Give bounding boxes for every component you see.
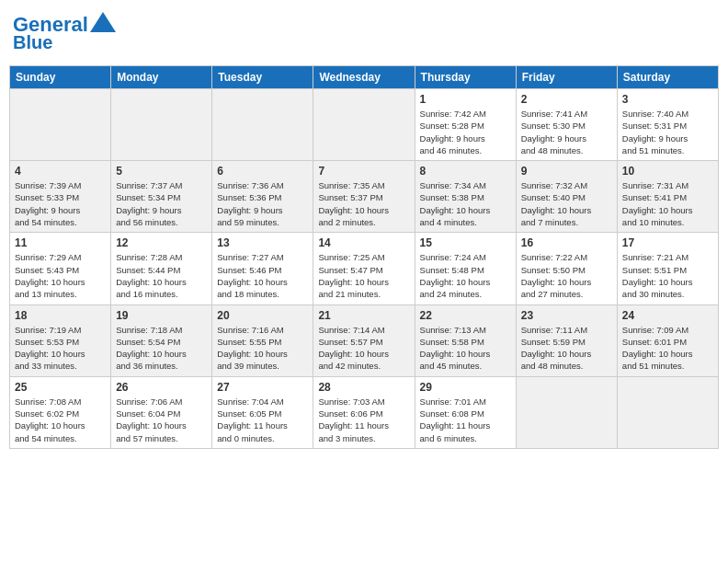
- calendar-cell: [516, 376, 617, 448]
- calendar-cell: 2Sunrise: 7:41 AM Sunset: 5:30 PM Daylig…: [516, 89, 617, 161]
- day-info: Sunrise: 7:01 AM Sunset: 6:08 PM Dayligh…: [420, 396, 511, 444]
- calendar-cell: 21Sunrise: 7:14 AM Sunset: 5:57 PM Dayli…: [313, 304, 415, 376]
- day-number: 18: [15, 309, 106, 322]
- svg-marker-0: [90, 12, 116, 32]
- day-info: Sunrise: 7:06 AM Sunset: 6:04 PM Dayligh…: [116, 396, 207, 444]
- day-info: Sunrise: 7:16 AM Sunset: 5:55 PM Dayligh…: [217, 324, 308, 373]
- day-info: Sunrise: 7:24 AM Sunset: 5:48 PM Dayligh…: [420, 251, 511, 300]
- calendar-cell: [313, 89, 415, 161]
- calendar-cell: [111, 89, 212, 161]
- calendar-cell: 1Sunrise: 7:42 AM Sunset: 5:28 PM Daylig…: [415, 89, 516, 161]
- weekday-monday: Monday: [111, 66, 212, 89]
- day-number: 15: [420, 236, 511, 249]
- day-info: Sunrise: 7:36 AM Sunset: 5:36 PM Dayligh…: [217, 179, 308, 228]
- day-number: 5: [116, 165, 207, 178]
- day-info: Sunrise: 7:27 AM Sunset: 5:46 PM Dayligh…: [217, 251, 308, 300]
- calendar-cell: 13Sunrise: 7:27 AM Sunset: 5:46 PM Dayli…: [212, 233, 313, 304]
- day-info: Sunrise: 7:13 AM Sunset: 5:58 PM Dayligh…: [420, 324, 511, 373]
- day-number: 9: [521, 165, 612, 178]
- week-row-5: 25Sunrise: 7:08 AM Sunset: 6:02 PM Dayli…: [10, 376, 719, 448]
- day-info: Sunrise: 7:22 AM Sunset: 5:50 PM Dayligh…: [521, 251, 612, 300]
- day-info: Sunrise: 7:35 AM Sunset: 5:37 PM Dayligh…: [318, 179, 409, 228]
- calendar-cell: [212, 89, 313, 161]
- day-number: 29: [420, 381, 511, 394]
- weekday-thursday: Thursday: [415, 66, 516, 89]
- calendar-cell: 20Sunrise: 7:16 AM Sunset: 5:55 PM Dayli…: [212, 304, 313, 376]
- calendar-cell: 27Sunrise: 7:04 AM Sunset: 6:05 PM Dayli…: [212, 376, 313, 448]
- day-info: Sunrise: 7:41 AM Sunset: 5:30 PM Dayligh…: [521, 108, 612, 156]
- day-number: 27: [217, 381, 308, 394]
- day-info: Sunrise: 7:14 AM Sunset: 5:57 PM Dayligh…: [318, 324, 409, 373]
- day-number: 22: [420, 309, 511, 322]
- day-info: Sunrise: 7:11 AM Sunset: 5:59 PM Dayligh…: [521, 324, 612, 373]
- day-number: 4: [15, 165, 106, 178]
- logo: General Blue: [13, 15, 116, 52]
- calendar-cell: 26Sunrise: 7:06 AM Sunset: 6:04 PM Dayli…: [111, 376, 212, 448]
- calendar-cell: 16Sunrise: 7:22 AM Sunset: 5:50 PM Dayli…: [516, 233, 617, 304]
- day-info: Sunrise: 7:29 AM Sunset: 5:43 PM Dayligh…: [15, 251, 106, 300]
- calendar-cell: 8Sunrise: 7:34 AM Sunset: 5:38 PM Daylig…: [415, 161, 516, 233]
- calendar-cell: 10Sunrise: 7:31 AM Sunset: 5:41 PM Dayli…: [617, 161, 718, 233]
- week-row-1: 1Sunrise: 7:42 AM Sunset: 5:28 PM Daylig…: [10, 89, 719, 161]
- weekday-friday: Friday: [516, 66, 617, 89]
- logo-arrow-icon: [90, 12, 116, 32]
- day-number: 14: [318, 236, 409, 249]
- week-row-4: 18Sunrise: 7:19 AM Sunset: 5:53 PM Dayli…: [10, 304, 719, 376]
- calendar-cell: [10, 89, 111, 161]
- calendar-cell: 22Sunrise: 7:13 AM Sunset: 5:58 PM Dayli…: [415, 304, 516, 376]
- day-info: Sunrise: 7:25 AM Sunset: 5:47 PM Dayligh…: [318, 251, 409, 300]
- day-number: 16: [521, 236, 612, 249]
- day-info: Sunrise: 7:21 AM Sunset: 5:51 PM Dayligh…: [622, 251, 713, 300]
- calendar-cell: 6Sunrise: 7:36 AM Sunset: 5:36 PM Daylig…: [212, 161, 313, 233]
- calendar-cell: [617, 376, 718, 448]
- day-info: Sunrise: 7:34 AM Sunset: 5:38 PM Dayligh…: [420, 179, 511, 228]
- calendar-cell: 4Sunrise: 7:39 AM Sunset: 5:33 PM Daylig…: [10, 161, 111, 233]
- day-info: Sunrise: 7:28 AM Sunset: 5:44 PM Dayligh…: [116, 251, 207, 300]
- day-number: 23: [521, 309, 612, 322]
- calendar-cell: 7Sunrise: 7:35 AM Sunset: 5:37 PM Daylig…: [313, 161, 415, 233]
- calendar-cell: 19Sunrise: 7:18 AM Sunset: 5:54 PM Dayli…: [111, 304, 212, 376]
- calendar-cell: 17Sunrise: 7:21 AM Sunset: 5:51 PM Dayli…: [617, 233, 718, 304]
- weekday-tuesday: Tuesday: [212, 66, 313, 89]
- calendar-cell: 5Sunrise: 7:37 AM Sunset: 5:34 PM Daylig…: [111, 161, 212, 233]
- day-number: 1: [420, 93, 511, 106]
- day-number: 12: [116, 236, 207, 249]
- day-number: 6: [217, 165, 308, 178]
- day-number: 10: [622, 165, 713, 178]
- day-number: 26: [116, 381, 207, 394]
- calendar-table: SundayMondayTuesdayWednesdayThursdayFrid…: [9, 65, 719, 449]
- day-info: Sunrise: 7:09 AM Sunset: 6:01 PM Dayligh…: [622, 324, 713, 373]
- calendar-cell: 12Sunrise: 7:28 AM Sunset: 5:44 PM Dayli…: [111, 233, 212, 304]
- page-header: General Blue: [9, 9, 719, 58]
- calendar-cell: 18Sunrise: 7:19 AM Sunset: 5:53 PM Dayli…: [10, 304, 111, 376]
- calendar-cell: 25Sunrise: 7:08 AM Sunset: 6:02 PM Dayli…: [10, 376, 111, 448]
- week-row-3: 11Sunrise: 7:29 AM Sunset: 5:43 PM Dayli…: [10, 233, 719, 304]
- calendar-cell: 11Sunrise: 7:29 AM Sunset: 5:43 PM Dayli…: [10, 233, 111, 304]
- week-row-2: 4Sunrise: 7:39 AM Sunset: 5:33 PM Daylig…: [10, 161, 719, 233]
- calendar-cell: 3Sunrise: 7:40 AM Sunset: 5:31 PM Daylig…: [617, 89, 718, 161]
- day-info: Sunrise: 7:19 AM Sunset: 5:53 PM Dayligh…: [15, 324, 106, 373]
- day-info: Sunrise: 7:42 AM Sunset: 5:28 PM Dayligh…: [420, 108, 511, 156]
- day-info: Sunrise: 7:32 AM Sunset: 5:40 PM Dayligh…: [521, 179, 612, 228]
- day-number: 13: [217, 236, 308, 249]
- calendar-cell: 24Sunrise: 7:09 AM Sunset: 6:01 PM Dayli…: [617, 304, 718, 376]
- day-number: 8: [420, 165, 511, 178]
- day-number: 17: [622, 236, 713, 249]
- day-info: Sunrise: 7:03 AM Sunset: 6:06 PM Dayligh…: [318, 396, 409, 444]
- day-number: 21: [318, 309, 409, 322]
- calendar-cell: 15Sunrise: 7:24 AM Sunset: 5:48 PM Dayli…: [415, 233, 516, 304]
- logo-blue-text: Blue: [13, 32, 52, 52]
- day-info: Sunrise: 7:18 AM Sunset: 5:54 PM Dayligh…: [116, 324, 207, 373]
- weekday-saturday: Saturday: [617, 66, 718, 89]
- day-info: Sunrise: 7:08 AM Sunset: 6:02 PM Dayligh…: [15, 396, 106, 444]
- day-info: Sunrise: 7:04 AM Sunset: 6:05 PM Dayligh…: [217, 396, 308, 444]
- weekday-sunday: Sunday: [10, 66, 111, 89]
- day-number: 19: [116, 309, 207, 322]
- day-number: 7: [318, 165, 409, 178]
- day-info: Sunrise: 7:37 AM Sunset: 5:34 PM Dayligh…: [116, 179, 207, 228]
- day-info: Sunrise: 7:39 AM Sunset: 5:33 PM Dayligh…: [15, 179, 106, 228]
- day-info: Sunrise: 7:31 AM Sunset: 5:41 PM Dayligh…: [622, 179, 713, 228]
- day-number: 20: [217, 309, 308, 322]
- weekday-header-row: SundayMondayTuesdayWednesdayThursdayFrid…: [10, 66, 719, 89]
- calendar-cell: 28Sunrise: 7:03 AM Sunset: 6:06 PM Dayli…: [313, 376, 415, 448]
